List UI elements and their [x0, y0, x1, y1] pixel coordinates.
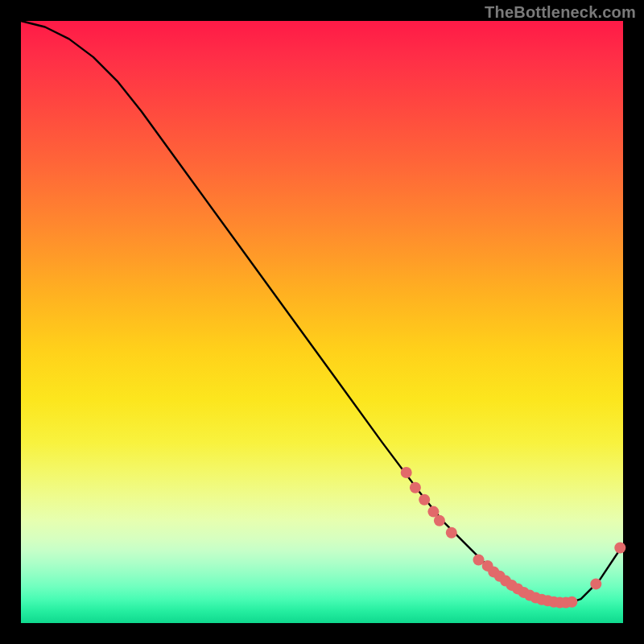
chart-plot-area [21, 21, 623, 623]
bottleneck-curve [21, 21, 623, 605]
chart-frame: TheBottleneck.com [0, 0, 644, 644]
marker-layer [401, 467, 626, 609]
data-marker [401, 467, 412, 478]
data-marker [419, 494, 430, 506]
data-marker [590, 578, 601, 589]
watermark-text: TheBottleneck.com [485, 3, 636, 22]
data-marker [614, 543, 625, 554]
data-marker [434, 515, 445, 526]
data-marker [410, 482, 421, 493]
data-marker [566, 597, 577, 608]
chart-svg [21, 21, 623, 623]
data-marker [446, 527, 457, 539]
